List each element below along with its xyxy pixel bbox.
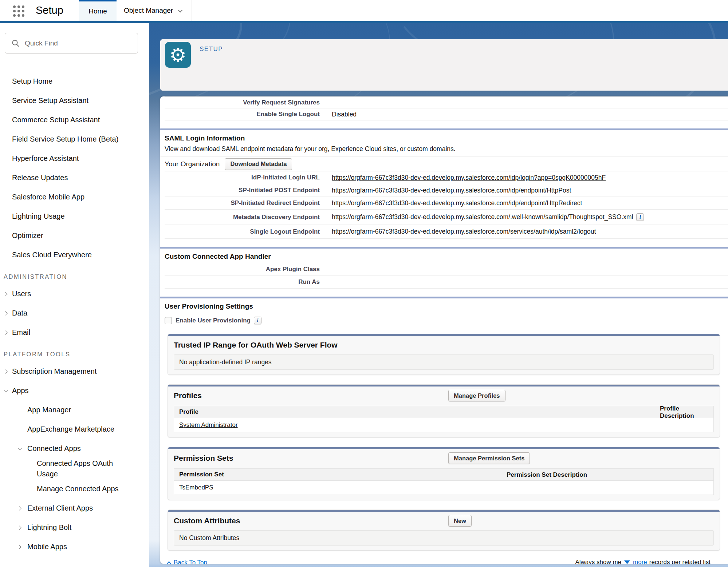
more-records-link[interactable]: more — [633, 559, 647, 564]
page-header: ⚙ SETUP — [160, 39, 728, 91]
trusted-ip-empty-message: No application-defined IP ranges — [174, 354, 714, 370]
page-title: SETUP — [200, 45, 223, 53]
card-footer: Back To Top Always show me more records … — [165, 556, 728, 564]
enable-user-provisioning-row: Enable User Provisioning i — [165, 317, 728, 324]
saml-login-information-heading: SAML Login Information — [165, 134, 728, 143]
profiles-section: Manage Profiles Profiles Profile Profile… — [168, 384, 720, 437]
sidebar-item-mobile-apps[interactable]: Mobile Apps — [0, 537, 149, 556]
column-profile-description: Profile Description — [660, 406, 713, 418]
table-row: System Administrator — [174, 418, 713, 432]
setup-gear-icon: ⚙ — [165, 42, 191, 68]
app-title: Setup — [36, 4, 63, 16]
sidebar-item-salesforce-mobile-app[interactable]: Salesforce Mobile App — [0, 187, 149, 207]
custom-attributes-heading: Custom Attributes — [174, 516, 714, 526]
manage-permission-sets-button[interactable]: Manage Permission Sets — [448, 452, 530, 464]
field-row-sp-initiated-redirect-endpoint: SP-Initiated Redirect Endpoint https://o… — [165, 197, 728, 210]
permission-sets-section: Manage Permission Sets Permission Sets P… — [168, 447, 720, 500]
chevron-right-icon — [3, 292, 7, 296]
global-header: Setup Home Object Manager — [0, 0, 728, 23]
info-icon[interactable]: i — [636, 213, 644, 221]
sidebar-section-platform-tools: PLATFORM TOOLS — [0, 346, 149, 362]
field-row-verify-request-signatures: Verify Request Signatures — [165, 96, 728, 108]
quick-find — [5, 33, 138, 53]
sidebar-item-external-client-apps[interactable]: External Client Apps — [0, 499, 149, 518]
sidebar-item-release-updates[interactable]: Release Updates — [0, 168, 149, 187]
new-custom-attribute-button[interactable]: New — [448, 515, 472, 527]
sidebar-item-hyperforce-assistant[interactable]: Hyperforce Assistant — [0, 149, 149, 168]
field-row-apex-plugin-class: Apex Plugin Class — [165, 263, 728, 276]
custom-attributes-section: New Custom Attributes No Custom Attribut… — [168, 509, 720, 551]
field-row-enable-single-logout: Enable Single Logout Disabled — [165, 108, 728, 120]
sidebar-item-connected-apps-oauth-usage[interactable]: Connected Apps OAuth Usage — [0, 458, 149, 479]
detail-card: Verify Request Signatures Enable Single … — [160, 96, 728, 564]
section-divider — [160, 247, 728, 249]
sidebar-item-connected-apps[interactable]: Connected Apps — [0, 439, 149, 458]
setup-sidebar: Setup Home Service Setup Assistant Comme… — [0, 23, 149, 567]
trusted-ip-range-heading: Trusted IP Range for OAuth Web Server Fl… — [174, 340, 714, 350]
system-administrator-link[interactable]: System Administrator — [179, 421, 238, 429]
chevron-right-icon — [3, 330, 7, 334]
sidebar-item-subscription-management[interactable]: Subscription Management — [0, 362, 149, 381]
column-permission-set-description: Permission Set Description — [507, 469, 587, 481]
tsembedps-link[interactable]: TsEmbedPS — [179, 484, 213, 491]
tab-object-manager-label: Object Manager — [124, 7, 173, 15]
section-divider — [160, 128, 728, 130]
saml-description: View and download SAML endpoint metadata… — [165, 145, 728, 153]
sidebar-item-app-manager[interactable]: App Manager — [0, 400, 149, 420]
sidebar-item-lightning-bolt[interactable]: Lightning Bolt — [0, 518, 149, 537]
chevron-up-icon — [167, 561, 171, 564]
app-launcher-icon[interactable] — [13, 5, 24, 17]
sidebar-item-setup-home[interactable]: Setup Home — [0, 72, 149, 91]
column-profile: Profile — [179, 408, 198, 416]
sidebar-item-optimizer[interactable]: Optimizer — [0, 226, 149, 245]
permission-sets-table-header: Permission Set Permission Set Descriptio… — [174, 469, 713, 481]
table-row: TsEmbedPS — [174, 481, 713, 495]
user-provisioning-settings-heading: User Provisioning Settings — [165, 302, 728, 311]
tab-object-manager[interactable]: Object Manager — [117, 0, 192, 21]
sidebar-item-apps[interactable]: Apps — [0, 381, 149, 400]
quick-find-input[interactable] — [20, 33, 138, 53]
enable-user-provisioning-checkbox[interactable] — [165, 317, 172, 324]
field-row-run-as: Run As — [165, 276, 728, 289]
idp-initiated-login-url-link[interactable]: https://orgfarm-667c3f3d30-dev-ed.develo… — [332, 174, 606, 182]
section-divider — [160, 297, 728, 298]
chevron-down-icon — [178, 8, 183, 12]
sidebar-item-data[interactable]: Data — [0, 304, 149, 323]
field-row-sp-initiated-post-endpoint: SP-Initiated POST Endpoint https://orgfa… — [165, 184, 728, 197]
main-region: ⚙ SETUP Verify Request Signatures Enable… — [149, 23, 728, 567]
chevron-right-icon — [3, 311, 7, 315]
tab-home[interactable]: Home — [79, 0, 117, 21]
search-icon — [12, 39, 20, 47]
profiles-table: Profile Profile Description System Admin… — [174, 406, 714, 432]
sidebar-item-users[interactable]: Users — [0, 284, 149, 304]
profiles-heading: Profiles — [174, 391, 714, 400]
chevron-down-icon — [18, 446, 22, 450]
chevron-down-icon — [4, 388, 8, 392]
trusted-ip-range-section: Trusted IP Range for OAuth Web Server Fl… — [168, 334, 720, 375]
sidebar-item-manage-connected-apps[interactable]: Manage Connected Apps — [0, 479, 149, 499]
info-icon[interactable]: i — [254, 317, 261, 324]
sidebar-item-email[interactable]: Email — [0, 323, 149, 342]
sidebar-section-administration: ADMINISTRATION — [0, 269, 149, 284]
enable-user-provisioning-label: Enable User Provisioning — [176, 317, 251, 324]
related-list-count-control: Always show me more records per related … — [575, 559, 711, 564]
sidebar-item-service-setup-assistant[interactable]: Service Setup Assistant — [0, 91, 149, 110]
your-organization-label: Your Organization — [165, 160, 220, 168]
triangle-down-icon[interactable] — [624, 560, 630, 564]
manage-profiles-button[interactable]: Manage Profiles — [448, 390, 505, 401]
sidebar-item-appexchange-marketplace[interactable]: AppExchange Marketplace — [0, 420, 149, 439]
download-metadata-button[interactable]: Download Metadata — [225, 158, 292, 170]
chevron-right-icon — [17, 526, 21, 530]
permission-sets-table: Permission Set Permission Set Descriptio… — [174, 468, 714, 495]
field-row-single-logout-endpoint: Single Logout Endpoint https://orgfarm-6… — [165, 225, 728, 239]
sidebar-item-lightning-usage[interactable]: Lightning Usage — [0, 207, 149, 226]
column-permission-set: Permission Set — [179, 471, 224, 478]
sidebar-item-commerce-setup-assistant[interactable]: Commerce Setup Assistant — [0, 110, 149, 130]
custom-attributes-empty-message: No Custom Attributes — [174, 530, 714, 546]
tab-home-label: Home — [88, 7, 107, 15]
permission-sets-heading: Permission Sets — [174, 453, 714, 463]
sidebar-item-field-service-setup-home[interactable]: Field Service Setup Home (Beta) — [0, 130, 149, 149]
back-to-top-link[interactable]: Back To Top — [168, 559, 207, 564]
field-row-idp-initiated-login-url: IdP-Initiated Login URL https://orgfarm-… — [165, 171, 728, 184]
sidebar-item-sales-cloud-everywhere[interactable]: Sales Cloud Everywhere — [0, 245, 149, 265]
